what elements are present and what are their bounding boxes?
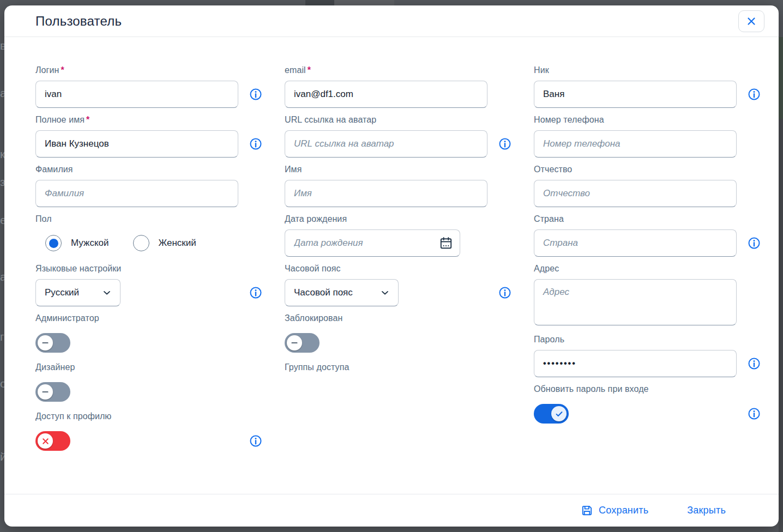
field-email: email* [285, 64, 487, 108]
language-label: Языковые настройки [35, 264, 121, 274]
language-select[interactable]: Русский [35, 279, 121, 306]
field-phone: Номер телефона [534, 114, 737, 158]
user-dialog: Пользователь Логин* [4, 5, 779, 527]
blocked-label: Заблокирован [285, 313, 342, 323]
required-mark: * [308, 65, 311, 75]
phone-input[interactable] [534, 130, 737, 158]
timezone-select[interactable]: Часовой пояс [285, 279, 399, 306]
radio-option-male[interactable]: Мужской [45, 235, 109, 251]
field-update-password: Обновить пароль при входе [534, 383, 737, 424]
field-language: Языковые настройки Русский [35, 263, 238, 306]
dialog-body: Логин* Полное имя* [4, 37, 779, 494]
field-country: Страна [534, 213, 737, 257]
field-first-name: Имя [285, 164, 487, 207]
chevron-down-icon [101, 287, 112, 298]
background-fragment [779, 119, 783, 532]
birth-date-input[interactable] [285, 229, 460, 257]
address-textarea[interactable] [534, 279, 737, 325]
required-mark: * [61, 65, 64, 75]
form-column-2: email* URL ссылка на аватар [285, 64, 487, 494]
first-name-label: Имя [285, 165, 302, 174]
save-button[interactable]: Сохранить [581, 504, 648, 517]
radio-label: Мужской [71, 238, 109, 249]
surname-input[interactable] [35, 180, 238, 207]
chevron-down-icon [380, 287, 390, 298]
patronymic-input[interactable] [534, 180, 737, 207]
info-icon[interactable] [748, 237, 761, 250]
admin-toggle[interactable] [35, 333, 70, 353]
close-dialog-button[interactable]: Закрыть [687, 505, 726, 516]
save-button-label: Сохранить [599, 505, 648, 516]
designer-toggle[interactable] [35, 382, 70, 402]
email-label: email [285, 65, 306, 75]
surname-label: Фамилия [35, 165, 73, 174]
background-fragment [334, 0, 394, 5]
admin-label: Администратор [35, 313, 99, 323]
update-password-toggle[interactable] [534, 404, 569, 424]
calendar-icon[interactable] [439, 236, 453, 250]
full-name-input[interactable] [35, 130, 238, 158]
field-birth-date: Дата рождения [285, 213, 487, 257]
gender-label: Пол [35, 214, 52, 224]
toggle-denied-x-icon [38, 433, 53, 449]
first-name-input[interactable] [285, 180, 487, 207]
timezone-label: Часовой пояс [285, 264, 341, 274]
field-full-name: Полное имя* [35, 114, 238, 158]
update-password-label: Обновить пароль при входе [534, 384, 649, 394]
info-icon[interactable] [249, 434, 262, 448]
password-label: Пароль [534, 335, 564, 344]
birth-date-label: Дата рождения [285, 214, 347, 224]
gender-radio-group: Мужской Женский [35, 229, 238, 257]
address-label: Адрес [534, 264, 559, 274]
close-icon [745, 15, 757, 27]
info-icon[interactable] [498, 137, 511, 150]
login-input[interactable] [35, 81, 238, 108]
timezone-select-value: Часовой пояс [294, 287, 353, 298]
patronymic-label: Отчество [534, 165, 572, 174]
save-icon [581, 504, 593, 517]
dialog-title: Пользователь [35, 14, 738, 29]
password-input[interactable] [534, 350, 737, 377]
phone-label: Номер телефона [534, 115, 604, 125]
form-column-3: Ник Номер телефона От [534, 64, 737, 494]
nickname-input[interactable] [534, 81, 737, 108]
field-patronymic: Отчество [534, 164, 737, 207]
field-address: Адрес [534, 263, 737, 328]
toggle-off-dash-icon [287, 335, 302, 350]
background-fragment [305, 0, 334, 5]
info-icon[interactable] [498, 286, 511, 299]
toggle-on-check-icon [551, 406, 567, 421]
dialog-header: Пользователь [4, 5, 779, 37]
field-avatar-url: URL ссылка на аватар [285, 114, 487, 158]
field-nickname: Ник [534, 64, 737, 108]
radio-option-female[interactable]: Женский [133, 235, 196, 251]
info-icon[interactable] [249, 286, 262, 299]
field-timezone: Часовой пояс Часовой пояс [285, 263, 487, 306]
country-input[interactable] [534, 229, 737, 257]
close-button[interactable] [738, 10, 764, 32]
field-blocked: Заблокирован [285, 312, 487, 353]
field-admin: Администратор [35, 312, 238, 353]
field-profile-access: Доступ к профилю [35, 410, 238, 451]
language-select-value: Русский [45, 287, 79, 298]
radio-label: Женский [159, 238, 196, 249]
info-icon[interactable] [249, 88, 262, 101]
field-password: Пароль [534, 334, 737, 377]
close-button-label: Закрыть [687, 505, 726, 516]
avatar-url-label: URL ссылка на аватар [285, 115, 376, 125]
radio-button[interactable] [133, 235, 149, 251]
profile-access-label: Доступ к профилю [35, 412, 111, 421]
profile-access-toggle[interactable] [35, 431, 70, 451]
form-column-1: Логин* Полное имя* [35, 64, 238, 494]
blocked-toggle[interactable] [285, 333, 320, 353]
designer-label: Дизайнер [35, 362, 75, 372]
radio-button-checked[interactable] [45, 235, 62, 251]
access-groups-label: Группы доступа [285, 362, 349, 372]
email-input[interactable] [285, 81, 487, 108]
info-icon[interactable] [748, 407, 761, 420]
info-icon[interactable] [748, 357, 761, 370]
info-icon[interactable] [249, 137, 262, 150]
info-icon[interactable] [748, 88, 761, 101]
field-designer: Дизайнер [35, 361, 238, 402]
avatar-url-input[interactable] [285, 130, 487, 158]
